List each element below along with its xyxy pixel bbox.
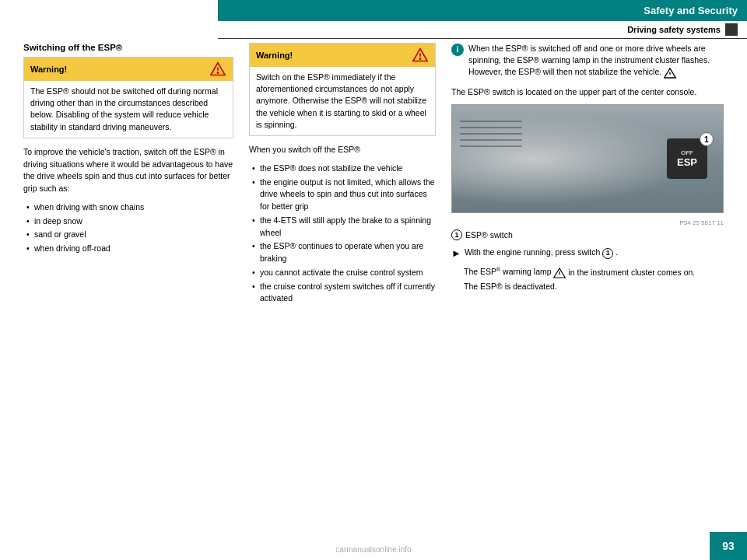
list-item: in deep snow bbox=[23, 215, 233, 228]
right-column: i When the ESP® is switched off and one … bbox=[451, 43, 724, 529]
page-number: 93 bbox=[710, 532, 747, 560]
esp-button-area: OFF ESP 1 bbox=[452, 105, 723, 212]
section-heading: Switching off the ESP® bbox=[23, 43, 233, 52]
result-line-2: The ESP® is deactivated. bbox=[464, 281, 724, 293]
middle-warning-icon bbox=[412, 47, 429, 64]
esp-button-number-badge: 1 bbox=[700, 132, 714, 146]
middle-warning-body: Switch on the ESP® immediately if the af… bbox=[250, 67, 435, 135]
info-icon: i bbox=[451, 44, 464, 56]
info-text: When the ESP® is switched off and one or… bbox=[468, 43, 724, 79]
list-item: when driving with snow chains bbox=[23, 201, 233, 214]
watermark: carmanualsonline.info bbox=[335, 545, 411, 554]
esp-switch-label: ESP® switch bbox=[465, 230, 513, 240]
list-item: when driving off-road bbox=[23, 243, 233, 255]
action-circle-num: 1 bbox=[602, 248, 613, 259]
list-item: you cannot activate the cruise control s… bbox=[249, 267, 436, 279]
list-item: sand or gravel bbox=[23, 229, 233, 241]
left-bullet-list: when driving with snow chains in deep sn… bbox=[23, 201, 233, 255]
header-subtitle: Driving safety systems bbox=[627, 25, 721, 34]
header-title-bar: Safety and Security bbox=[218, 0, 747, 21]
result-line-1: The ESP® warning lamp in the instrument … bbox=[464, 266, 724, 278]
action-line: ► With the engine running, press switch … bbox=[451, 247, 724, 261]
left-warning-header: Warning! bbox=[24, 58, 233, 81]
header-title: Safety and Security bbox=[644, 5, 738, 16]
info-box: i When the ESP® is switched off and one … bbox=[451, 43, 724, 79]
list-item: the engine output is not limited, which … bbox=[249, 177, 436, 213]
middle-warning-header: Warning! bbox=[250, 44, 435, 67]
svg-point-1 bbox=[217, 72, 218, 73]
image-label: 1 ESP® switch bbox=[451, 229, 724, 240]
middle-warning-label: Warning! bbox=[256, 51, 293, 60]
middle-when-heading: When you switch off the ESP® bbox=[249, 144, 436, 156]
header-subtitle-bar: Driving safety systems bbox=[218, 21, 747, 39]
left-warning-body: The ESP® should not be switched off duri… bbox=[24, 81, 233, 138]
left-warning-box: Warning! The ESP® should not be switched… bbox=[23, 57, 233, 138]
list-item: the ESP® continues to operate when you a… bbox=[249, 240, 436, 265]
svg-point-3 bbox=[419, 58, 420, 59]
middle-column: Warning! Switch on the ESP® immediately … bbox=[249, 43, 436, 529]
result-area: The ESP® warning lamp in the instrument … bbox=[451, 266, 724, 293]
list-item: the cruise control system switches off i… bbox=[249, 281, 436, 306]
image-caption: P54 25 5817 11 bbox=[451, 219, 724, 226]
header: Safety and Security Driving safety syste… bbox=[218, 0, 747, 39]
middle-bullet-list: the ESP® does not stabilize the vehicle … bbox=[249, 163, 436, 305]
esp-button-simulation: OFF ESP 1 bbox=[667, 138, 707, 179]
list-item: the ESP® does not stabilize the vehicle bbox=[249, 163, 436, 175]
black-square-decoration bbox=[725, 23, 738, 36]
circle-num-label: 1 bbox=[451, 229, 462, 240]
list-item: the 4-ETS will still apply the brake to … bbox=[249, 215, 436, 240]
main-content: Switching off the ESP® Warning! The ESP®… bbox=[23, 43, 724, 529]
left-warning-icon bbox=[209, 61, 226, 78]
car-image: OFF ESP 1 bbox=[451, 104, 724, 213]
left-body-text: To improve the vehicle's traction, switc… bbox=[23, 146, 233, 195]
middle-warning-box: Warning! Switch on the ESP® immediately … bbox=[249, 43, 436, 136]
right-body-text: The ESP® switch is located on the upper … bbox=[451, 86, 724, 99]
left-warning-label: Warning! bbox=[30, 65, 67, 74]
esp-off-label: OFF bbox=[681, 149, 693, 156]
left-column: Switching off the ESP® Warning! The ESP®… bbox=[23, 43, 233, 529]
action-text: With the engine running, press switch 1 … bbox=[465, 247, 618, 259]
esp-main-label: ESP bbox=[677, 156, 697, 168]
action-arrow-icon: ► bbox=[451, 246, 461, 261]
